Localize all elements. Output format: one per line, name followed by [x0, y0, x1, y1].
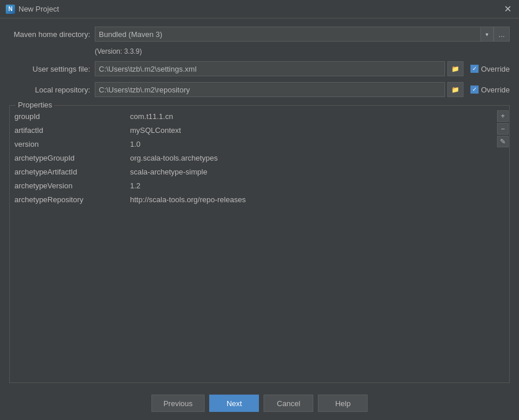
user-settings-label: User settings file:: [9, 65, 90, 73]
user-settings-input[interactable]: [95, 61, 445, 76]
table-row[interactable]: archetypeArtifactIdscala-archetype-simpl…: [10, 165, 509, 179]
maven-home-label: Maven home directory:: [9, 30, 90, 39]
title-bar: N New Project ✕: [0, 0, 519, 18]
prop-value: org.scala-tools.archetypes: [130, 154, 505, 162]
user-settings-override-checkbox[interactable]: [470, 65, 479, 73]
table-row[interactable]: archetypeRepositoryhttp://scala-tools.or…: [10, 192, 509, 206]
previous-button[interactable]: Previous: [151, 395, 205, 412]
edit-property-btn[interactable]: ✎: [497, 136, 509, 147]
user-settings-override-wrap: Override: [470, 65, 510, 73]
prop-value: com.t11.1.cn: [130, 112, 505, 121]
maven-home-value: Bundled (Maven 3): [99, 30, 477, 39]
table-row[interactable]: version1.0: [10, 137, 509, 151]
cancel-button[interactable]: Cancel: [264, 395, 313, 412]
user-settings-override-label: Override: [481, 65, 510, 73]
properties-panel: Properties groupIdcom.t11.1.cnartifactId…: [9, 105, 510, 383]
properties-legend: Properties: [16, 101, 54, 109]
maven-home-input[interactable]: Bundled (Maven 3): [95, 27, 481, 42]
local-repo-override-wrap: Override: [470, 86, 510, 94]
table-row[interactable]: artifactIdmySQLContext: [10, 123, 509, 137]
main-content: Maven home directory: Bundled (Maven 3) …: [0, 18, 519, 389]
properties-side-buttons: + − ✎: [496, 106, 510, 382]
local-repo-input[interactable]: [95, 82, 445, 97]
add-property-btn[interactable]: +: [497, 110, 509, 122]
table-row[interactable]: groupIdcom.t11.1.cn: [10, 109, 509, 123]
maven-home-dropdown-wrap: Bundled (Maven 3) ▾ ...: [95, 27, 510, 42]
prop-value: 1.2: [130, 181, 505, 190]
prop-key: archetypeArtifactId: [14, 168, 130, 176]
help-button[interactable]: Help: [318, 395, 368, 412]
dropdown-arrow-icon: ▾: [485, 31, 488, 38]
local-repo-label: Local repository:: [9, 86, 90, 94]
user-settings-row: User settings file: 📁 Override: [9, 61, 510, 76]
user-settings-browse-btn[interactable]: 📁: [447, 61, 464, 76]
remove-property-btn[interactable]: −: [497, 123, 509, 135]
prop-key: version: [14, 140, 130, 148]
prop-key: archetypeRepository: [14, 195, 130, 204]
folder-icon-2: 📁: [451, 86, 459, 94]
prop-key: groupId: [14, 112, 130, 121]
local-repo-input-wrap: 📁: [95, 82, 464, 97]
local-repo-row: Local repository: 📁 Override: [9, 82, 510, 97]
ellipsis-icon: ...: [499, 30, 505, 39]
prop-value: 1.0: [130, 140, 505, 148]
folder-icon: 📁: [451, 65, 459, 73]
close-button[interactable]: ✕: [502, 3, 513, 15]
maven-version-text: (Version: 3.3.9): [9, 47, 510, 55]
local-repo-browse-btn[interactable]: 📁: [447, 82, 464, 97]
app-icon: N: [6, 5, 15, 14]
dialog-title: New Project: [18, 5, 59, 13]
local-repo-override-label: Override: [481, 86, 510, 94]
table-row[interactable]: archetypeVersion1.2: [10, 179, 509, 192]
prop-key: archetypeGroupId: [14, 154, 130, 162]
user-settings-input-wrap: 📁: [95, 61, 464, 76]
prop-key: archetypeVersion: [14, 181, 130, 190]
prop-value: http://scala-tools.org/repo-releases: [130, 195, 505, 204]
local-repo-override-checkbox[interactable]: [470, 86, 479, 94]
prop-key: artifactId: [14, 126, 130, 135]
bottom-bar: Previous Next Cancel Help: [0, 389, 519, 420]
maven-home-row: Maven home directory: Bundled (Maven 3) …: [9, 27, 510, 42]
prop-value: scala-archetype-simple: [130, 168, 505, 176]
maven-home-browse-btn[interactable]: ...: [494, 27, 510, 42]
prop-value: mySQLContext: [130, 126, 505, 135]
next-button[interactable]: Next: [209, 395, 259, 412]
title-bar-left: N New Project: [6, 5, 59, 14]
properties-table: groupIdcom.t11.1.cnartifactIdmySQLContex…: [10, 109, 509, 382]
maven-home-dropdown-btn[interactable]: ▾: [481, 27, 494, 42]
table-row[interactable]: archetypeGroupIdorg.scala-tools.archetyp…: [10, 151, 509, 165]
